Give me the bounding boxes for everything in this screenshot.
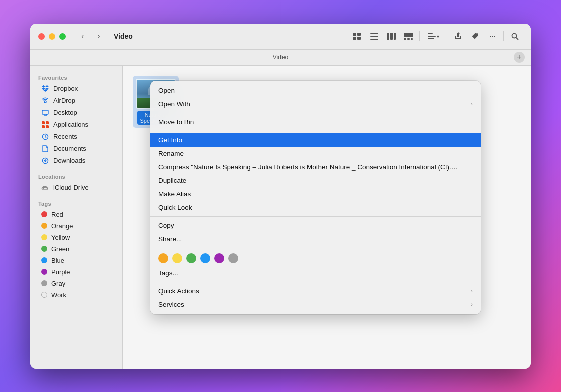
sidebar-item-icloud[interactable]: iCloud Drive bbox=[33, 182, 119, 194]
quick-actions-arrow: › bbox=[471, 288, 473, 294]
menu-item-quick-actions[interactable]: Quick Actions › bbox=[150, 284, 481, 298]
svg-rect-1 bbox=[357, 33, 361, 36]
menu-sep3 bbox=[150, 216, 481, 217]
list-view-button[interactable] bbox=[366, 29, 382, 43]
menu-item-compress[interactable]: Compress "Nature Is Speaking – Julia Rob… bbox=[150, 160, 481, 174]
color-dot-gray[interactable] bbox=[228, 253, 238, 263]
sidebar-item-downloads[interactable]: Downloads bbox=[33, 155, 119, 167]
menu-item-get-info[interactable]: Get Info bbox=[150, 133, 481, 147]
toolbar-sep3 bbox=[503, 31, 504, 41]
gray-tag-dot bbox=[41, 280, 47, 286]
color-dot-blue[interactable] bbox=[200, 253, 210, 263]
svg-rect-20 bbox=[42, 110, 48, 114]
tag-button[interactable] bbox=[467, 29, 483, 43]
share-button[interactable] bbox=[450, 29, 466, 43]
svg-rect-25 bbox=[46, 121, 49, 124]
svg-point-19 bbox=[44, 101, 46, 103]
window-title: Video bbox=[114, 32, 133, 40]
context-menu-overlay: Open Open With › Move to Bin Ge bbox=[123, 66, 531, 369]
search-button[interactable] bbox=[507, 29, 523, 43]
yellow-tag-dot bbox=[41, 234, 47, 240]
sidebar-item-applications[interactable]: Applications bbox=[33, 119, 119, 131]
main-area: Favourites Dropbox bbox=[30, 66, 531, 369]
back-button[interactable]: ‹ bbox=[76, 29, 90, 43]
green-tag-label: Green bbox=[51, 245, 69, 253]
minimize-button[interactable] bbox=[49, 33, 55, 40]
context-menu: Open Open With › Move to Bin Ge bbox=[150, 81, 481, 314]
color-dot-green[interactable] bbox=[186, 253, 196, 263]
airdrop-label: AirDrop bbox=[53, 97, 75, 104]
sidebar-item-purple[interactable]: Purple bbox=[33, 266, 119, 278]
svg-rect-12 bbox=[407, 38, 410, 40]
sidebar-item-gray[interactable]: Gray bbox=[33, 278, 119, 289]
svg-rect-5 bbox=[370, 36, 378, 37]
menu-item-open[interactable]: Open bbox=[150, 84, 481, 97]
gray-tag-label: Gray bbox=[51, 280, 65, 287]
color-dot-orange[interactable] bbox=[158, 253, 168, 263]
breadcrumb-label: Video bbox=[273, 54, 288, 61]
close-button[interactable] bbox=[38, 33, 45, 40]
menu-item-copy[interactable]: Copy bbox=[150, 219, 481, 232]
svg-rect-6 bbox=[370, 39, 378, 40]
svg-rect-9 bbox=[394, 33, 396, 40]
menu-item-share[interactable]: Share... bbox=[150, 232, 481, 246]
tags-label: Tags bbox=[30, 198, 122, 209]
icloud-label: iCloud Drive bbox=[53, 184, 89, 191]
menu-item-services[interactable]: Services › bbox=[150, 298, 481, 311]
dropbox-icon bbox=[41, 85, 49, 93]
work-tag-label: Work bbox=[51, 291, 66, 299]
content-area: Nature IsSpeakin...(Cl Open Open With › bbox=[123, 66, 531, 369]
grid-view-button[interactable] bbox=[349, 29, 365, 43]
sidebar-item-work[interactable]: Work bbox=[33, 289, 119, 301]
sidebar-item-dropbox[interactable]: Dropbox bbox=[33, 83, 119, 95]
sidebar-item-orange[interactable]: Orange bbox=[33, 220, 119, 232]
menu-sep2 bbox=[150, 131, 481, 131]
sidebar-item-yellow[interactable]: Yellow bbox=[33, 232, 119, 243]
forward-button[interactable]: › bbox=[92, 29, 106, 43]
menu-item-quick-look[interactable]: Quick Look bbox=[150, 201, 481, 214]
menu-item-open-with[interactable]: Open With › bbox=[150, 97, 481, 111]
column-view-button[interactable] bbox=[383, 29, 399, 43]
sidebar-item-desktop[interactable]: Desktop bbox=[33, 107, 119, 119]
color-dots-row bbox=[150, 250, 481, 266]
add-tab-button[interactable]: + bbox=[514, 52, 525, 63]
documents-label: Documents bbox=[53, 145, 86, 152]
color-dot-yellow[interactable] bbox=[172, 253, 182, 263]
sidebar-item-documents[interactable]: Documents bbox=[33, 143, 119, 155]
menu-item-make-alias[interactable]: Make Alias bbox=[150, 187, 481, 201]
svg-rect-10 bbox=[404, 33, 413, 37]
toolbar-sep2 bbox=[447, 31, 447, 41]
gallery-view-button[interactable] bbox=[400, 29, 416, 43]
purple-tag-label: Purple bbox=[51, 268, 70, 276]
applications-label: Applications bbox=[53, 121, 88, 128]
toolbar-sep1 bbox=[419, 31, 420, 41]
svg-rect-27 bbox=[46, 125, 49, 128]
sidebar-item-recents[interactable]: Recents bbox=[33, 131, 119, 143]
sidebar-item-blue[interactable]: Blue bbox=[33, 255, 119, 266]
group-button[interactable]: ▾ bbox=[423, 29, 444, 43]
menu-item-duplicate[interactable]: Duplicate bbox=[150, 174, 481, 187]
menu-item-rename[interactable]: Rename bbox=[150, 147, 481, 160]
svg-rect-0 bbox=[353, 33, 356, 36]
services-arrow: › bbox=[471, 301, 473, 307]
traffic-lights bbox=[38, 33, 66, 40]
maximize-button[interactable] bbox=[59, 33, 66, 40]
downloads-icon bbox=[41, 157, 49, 165]
green-tag-dot bbox=[41, 246, 47, 252]
orange-tag-label: Orange bbox=[51, 222, 73, 230]
locations-label: Locations bbox=[30, 171, 122, 182]
icloud-icon bbox=[41, 184, 49, 192]
color-dot-purple[interactable] bbox=[214, 253, 224, 263]
menu-item-tags[interactable]: Tags... bbox=[150, 266, 481, 280]
svg-rect-7 bbox=[387, 33, 389, 40]
applications-icon bbox=[41, 121, 49, 129]
airdrop-icon bbox=[41, 97, 49, 105]
svg-rect-8 bbox=[390, 33, 393, 40]
svg-rect-3 bbox=[357, 37, 361, 40]
sidebar-item-airdrop[interactable]: AirDrop bbox=[33, 95, 119, 107]
sidebar-item-green[interactable]: Green bbox=[33, 243, 119, 255]
menu-item-move-to-bin[interactable]: Move to Bin bbox=[150, 115, 481, 129]
svg-rect-2 bbox=[353, 37, 356, 40]
more-button[interactable]: ··· bbox=[484, 29, 500, 43]
sidebar-item-red[interactable]: Red bbox=[33, 209, 119, 220]
